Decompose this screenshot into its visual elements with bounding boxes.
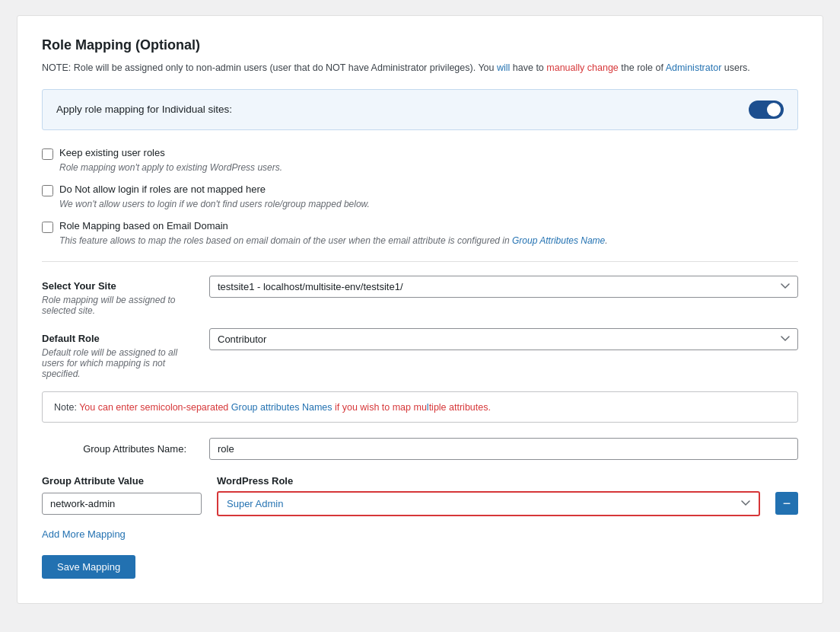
mapping-attr-value-input[interactable] [42,493,202,515]
option-email-domain-desc: This feature allows to map the roles bas… [59,235,798,246]
option-keep-existing-desc: Role mapping won't apply to existing Wor… [59,162,798,173]
mapping-table-header: Group Attribute Value WordPress Role [42,475,798,487]
option-keep-existing-label: Keep existing user roles [59,147,165,158]
divider-1 [42,261,798,262]
group-attrs-row: Group Attributes Name: [42,438,798,460]
toggle-switch[interactable] [749,101,784,119]
page-wrapper: Role Mapping (Optional) NOTE: Role will … [17,15,823,604]
toggle-slider [749,101,784,119]
toggle-label: Apply role mapping for Individual sites: [56,104,232,115]
save-mapping-button[interactable]: Save Mapping [42,555,135,579]
toggle-row: Apply role mapping for Individual sites: [42,89,798,130]
add-more-mapping-link[interactable]: Add More Mapping [42,528,126,540]
col-header-attr-value: Group Attribute Value [42,475,202,487]
checkbox-email-domain[interactable] [42,222,53,233]
option-no-login-desc: We won't allow users to login if we don'… [59,199,798,209]
default-role-sublabel: Default role will be assigned to all use… [42,347,194,379]
group-attrs-input[interactable] [209,438,798,460]
checkbox-keep-existing[interactable] [42,148,53,160]
checkbox-no-login[interactable] [42,185,53,196]
option-email-domain: Role Mapping based on Email Domain This … [42,220,798,246]
default-role-row: Default Role Default role will be assign… [42,328,798,379]
info-box: Note: You can enter semicolon-separated … [42,391,798,423]
select-site-sublabel: Role mapping will be assigned to selecte… [42,295,194,316]
select-site-label: Select Your Site [42,280,194,292]
mapping-row: Administrator Editor Author Contributor … [42,491,798,516]
default-role-dropdown[interactable]: Administrator Editor Author Contributor … [209,328,798,350]
option-keep-existing: Keep existing user roles Role mapping wo… [42,147,798,173]
default-role-label: Default Role [42,333,194,344]
select-site-row: Select Your Site Role mapping will be as… [42,276,798,316]
select-site-dropdown[interactable]: testsite1 - localhost/multisite-env/test… [209,276,798,298]
page-title: Role Mapping (Optional) [42,37,798,53]
option-no-login: Do Not allow login if roles are not mapp… [42,184,798,209]
info-box-text: Note: You can enter semicolon-separated … [54,402,491,413]
mapping-wp-role-dropdown[interactable]: Administrator Editor Author Contributor … [219,493,758,514]
remove-mapping-button[interactable]: − [775,492,798,515]
option-email-domain-label: Role Mapping based on Email Domain [59,220,228,231]
mapping-role-select-wrapper: Administrator Editor Author Contributor … [217,491,760,516]
option-no-login-label: Do Not allow login if roles are not mapp… [59,184,266,195]
minus-icon: − [783,496,791,512]
page-note: NOTE: Role will be assigned only to non-… [42,61,798,75]
options-section: Keep existing user roles Role mapping wo… [42,147,798,246]
group-attrs-label: Group Attributes Name: [42,443,194,455]
col-header-wp-role: WordPress Role [217,475,798,487]
